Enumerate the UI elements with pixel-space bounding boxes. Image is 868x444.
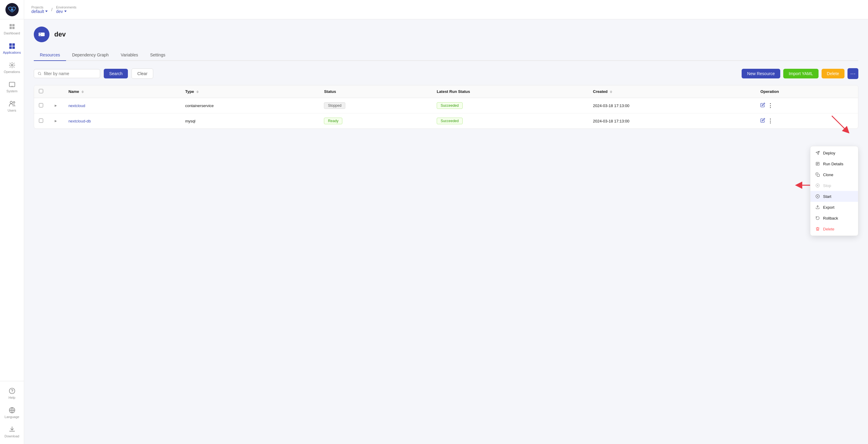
svg-point-1 xyxy=(11,8,13,11)
created-date: 2024-03-18 17:13:00 xyxy=(588,98,755,114)
sidebar-item-help[interactable]: Help xyxy=(0,384,24,403)
environment-dropdown[interactable]: dev xyxy=(56,9,76,14)
edit-button[interactable] xyxy=(760,118,765,124)
created-date: 2024-03-18 17:13:00 xyxy=(588,114,755,129)
run-details-icon xyxy=(815,161,820,166)
svg-point-17 xyxy=(12,392,12,393)
sidebar-item-dashboard[interactable]: Dashboard xyxy=(0,19,24,39)
resource-name-link[interactable]: nextcloud xyxy=(68,103,85,108)
search-button[interactable]: Search xyxy=(104,69,128,78)
tab-resources[interactable]: Resources xyxy=(34,50,66,61)
sidebar-nav: Dashboard Applications Operations xyxy=(0,19,24,381)
search-box xyxy=(34,69,100,78)
sidebar-item-language[interactable]: Language xyxy=(0,403,24,422)
new-resource-button[interactable]: New Resource xyxy=(742,69,780,78)
env-name: dev xyxy=(56,9,63,14)
resource-name-link[interactable]: nextcloud-db xyxy=(68,119,91,123)
users-icon xyxy=(8,100,16,107)
tabs: Resources Dependency Graph Variables Set… xyxy=(34,50,858,61)
sidebar-item-download[interactable]: Download xyxy=(0,422,24,442)
svg-rect-3 xyxy=(12,24,14,26)
tab-dependency-graph[interactable]: Dependency Graph xyxy=(66,50,115,61)
rollback-icon xyxy=(815,216,820,221)
main-content: Projects default / Environments dev xyxy=(24,0,868,444)
menu-item-label: Delete xyxy=(823,227,835,231)
table-row: ► nextcloud-db mysql Ready Succeeded 202… xyxy=(34,114,858,129)
tab-settings[interactable]: Settings xyxy=(144,50,172,61)
sidebar-item-system[interactable]: System xyxy=(0,77,24,97)
more-button[interactable]: ⋮ xyxy=(768,118,773,124)
svg-point-14 xyxy=(10,101,12,103)
sidebar: Dashboard Applications Operations xyxy=(0,0,24,444)
sidebar-item-label: Users xyxy=(7,108,16,112)
menu-item-deploy[interactable]: Deploy xyxy=(810,148,858,158)
menu-item-label: Start xyxy=(823,194,831,199)
expand-button[interactable]: ► xyxy=(53,118,59,124)
projects-label: Projects xyxy=(31,5,48,9)
table-row: ► nextcloud containerservice Stopped Suc… xyxy=(34,98,858,114)
more-options-button[interactable]: ⋯ xyxy=(847,68,858,79)
svg-marker-33 xyxy=(817,196,818,197)
select-all-checkbox[interactable] xyxy=(39,89,43,93)
sidebar-item-label: Applications xyxy=(3,51,21,54)
import-yaml-button[interactable]: Import YAML xyxy=(783,69,818,78)
svg-rect-2 xyxy=(9,24,11,26)
clear-button[interactable]: Clear xyxy=(131,68,153,79)
project-dropdown[interactable]: default xyxy=(31,9,48,14)
more-button[interactable]: ⋮ xyxy=(768,102,773,109)
svg-rect-9 xyxy=(12,46,14,49)
applications-icon xyxy=(8,42,16,50)
project-name: default xyxy=(31,9,44,14)
menu-item-export[interactable]: Export xyxy=(810,202,858,213)
status-badge: Stopped xyxy=(324,102,345,109)
menu-item-start[interactable]: Start xyxy=(810,191,858,202)
clone-icon xyxy=(815,172,820,177)
menu-item-run-details[interactable]: Run Details xyxy=(810,158,858,169)
resource-type: mysql xyxy=(180,114,319,129)
row-checkbox[interactable] xyxy=(39,119,43,123)
sidebar-item-label: Language xyxy=(4,415,19,419)
toolbar-right: New Resource Import YAML Delete ⋯ xyxy=(742,68,858,79)
sidebar-item-label: Dashboard xyxy=(4,31,20,35)
latest-run-badge: Succeeded xyxy=(437,102,463,109)
sidebar-item-users[interactable]: Users xyxy=(0,97,24,116)
sidebar-item-label: Operations xyxy=(4,70,20,73)
menu-item-clone[interactable]: Clone xyxy=(810,169,858,180)
svg-rect-31 xyxy=(817,185,818,186)
latest-run-badge: Succeeded xyxy=(437,118,463,124)
search-input[interactable] xyxy=(44,71,96,76)
sidebar-item-operations[interactable]: Operations xyxy=(0,58,24,77)
svg-rect-5 xyxy=(12,27,14,29)
col-created: Created xyxy=(588,85,755,98)
sidebar-item-label: Download xyxy=(4,434,19,438)
row-checkbox[interactable] xyxy=(39,103,43,107)
topbar-divider: / xyxy=(51,7,53,12)
delete-button[interactable]: Delete xyxy=(822,69,844,78)
name-sort-icon[interactable] xyxy=(82,91,84,93)
stop-icon xyxy=(815,183,820,188)
env-avatar xyxy=(34,27,50,42)
menu-item-delete[interactable]: Delete xyxy=(810,223,858,234)
svg-rect-7 xyxy=(12,43,14,46)
col-type: Type xyxy=(180,85,319,98)
project-selector: Projects default xyxy=(31,5,48,14)
search-icon xyxy=(38,71,42,76)
edit-button[interactable] xyxy=(760,102,765,108)
svg-rect-8 xyxy=(9,46,11,49)
svg-rect-6 xyxy=(9,43,11,46)
type-sort-icon[interactable] xyxy=(196,91,199,93)
environment-selector: Environments dev xyxy=(56,5,76,14)
expand-button[interactable]: ► xyxy=(53,103,59,108)
menu-item-rollback[interactable]: Rollback xyxy=(810,213,858,223)
menu-item-label: Export xyxy=(823,205,835,210)
created-sort-icon[interactable] xyxy=(610,91,612,93)
menu-item-label: Clone xyxy=(823,172,833,177)
operation-buttons: ⋮ xyxy=(760,102,853,109)
tab-variables[interactable]: Variables xyxy=(115,50,144,61)
svg-point-23 xyxy=(40,35,41,36)
environments-label: Environments xyxy=(56,5,76,9)
sidebar-item-label: System xyxy=(6,89,18,93)
sidebar-item-applications[interactable]: Applications xyxy=(0,39,24,58)
logo[interactable] xyxy=(0,0,24,19)
menu-item-stop[interactable]: Stop xyxy=(810,180,858,191)
